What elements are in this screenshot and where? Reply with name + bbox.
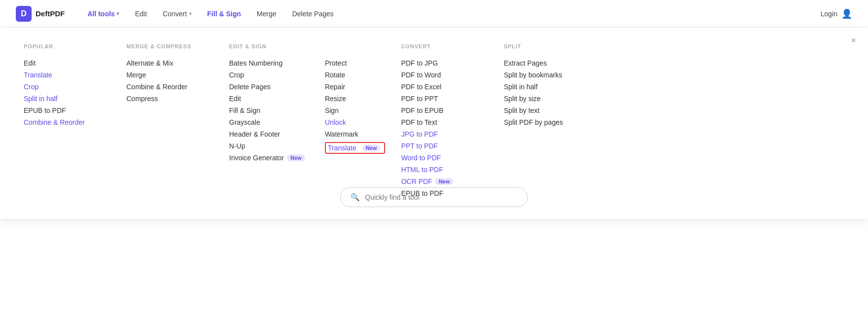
nav-merge[interactable]: Merge [250, 6, 283, 22]
nav-edit[interactable]: Edit [128, 6, 154, 22]
main-nav: All tools ▾ Edit Convert ▾ Fill & Sign M… [80, 6, 821, 22]
login-label: Login [821, 10, 837, 18]
nav-convert[interactable]: Convert ▾ [156, 6, 198, 22]
user-icon: 👤 [841, 8, 852, 19]
nav-fill-sign[interactable]: Fill & Sign [200, 6, 248, 22]
chevron-down-icon: ▾ [117, 11, 119, 16]
logo-area[interactable]: D DeftPDF [16, 6, 65, 22]
logo-text: DeftPDF [36, 9, 65, 18]
nav-all-tools[interactable]: All tools ▾ [80, 6, 126, 22]
nav-delete-pages[interactable]: Delete Pages [285, 6, 341, 22]
chevron-down-icon: ▾ [189, 11, 192, 16]
logo-icon: D [16, 6, 32, 22]
header: D DeftPDF All tools ▾ Edit Convert ▾ Fil… [0, 0, 868, 28]
login-area[interactable]: Login 👤 [821, 8, 852, 19]
